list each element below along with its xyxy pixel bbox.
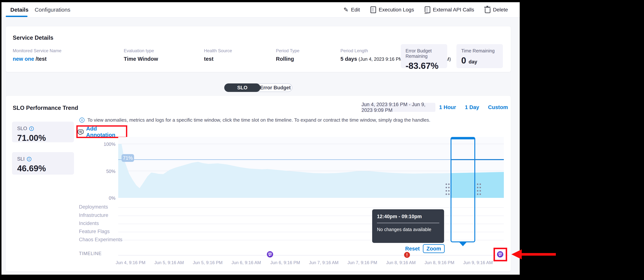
red-arrow-head [506, 249, 522, 259]
ytick-100: 100% [99, 142, 116, 147]
slo-performance-trend-card: SLO Performance Trend Jun 4, 2023 9:16 P… [6, 96, 511, 271]
screenshot-frame: Details Configurations ✎ Edit Execution … [0, 0, 644, 280]
timeline-label: TIMELINE [79, 251, 102, 256]
info-banner: i To view anomalies, metrics and logs fo… [80, 117, 430, 123]
row-label-feature-flags: Feature Flags [79, 229, 110, 234]
slo-kpi-card: SLO i 71.00% [12, 122, 74, 142]
monitored-service-path: /test [36, 56, 47, 62]
edit-button[interactable]: ✎ Edit [344, 7, 360, 13]
comment-bubble-icon [78, 130, 84, 134]
row-label-chaos-experiments: Chaos Experiments [79, 237, 122, 242]
slo-errorbudget-toggle: SLO Error Budget [224, 83, 292, 92]
trend-title: SLO Performance Trend [13, 105, 78, 111]
app-window: Details Configurations ✎ Edit Execution … [2, 2, 520, 275]
range-1-hour[interactable]: 1 Hour [439, 104, 456, 110]
error-budget-value: -83.67% [406, 61, 442, 71]
row-line [118, 232, 504, 232]
active-tab-underline [6, 16, 28, 17]
changes-tooltip: 12:40pm - 09:10pm No changes data availa… [372, 209, 444, 243]
tooltip-divider [377, 223, 439, 223]
x-tick-label: Jun 5, 9:16 PM [189, 260, 226, 265]
reset-button[interactable]: Reset [405, 246, 420, 252]
range-custom[interactable]: Custom [488, 104, 508, 110]
sli-value: 46.69% [17, 163, 69, 173]
info-icon: i [80, 118, 84, 123]
row-label-infrastructure: Infrastructure [79, 212, 108, 218]
x-tick-label: Jun 4, 9:16 PM [112, 260, 149, 265]
date-range-chip: Jun 4, 2023 9:16 PM - Jun 9, 2023 9:09 P… [362, 103, 436, 112]
external-api-calls-button[interactable]: External API Calls [425, 7, 474, 13]
error-budget-remaining-card: Error Budget Remaining -83.67% [401, 44, 447, 68]
annotation-marker[interactable] [267, 251, 273, 257]
toggle-slo[interactable]: SLO [224, 83, 260, 92]
sli-info-icon[interactable]: i [27, 157, 31, 161]
tab-details[interactable]: Details [10, 7, 28, 13]
ytick-0: 0% [99, 195, 116, 201]
time-window-selection[interactable] [450, 137, 475, 242]
service-details-card: Service Details Monitored Service Name n… [6, 26, 511, 72]
header-bar: Details Configurations ✎ Edit Execution … [2, 2, 520, 18]
x-tick-label: Jun 7, 9:16 AM [306, 260, 342, 265]
ytick-50: 50% [99, 169, 116, 174]
time-remaining-value: 0 day [461, 55, 498, 66]
header-actions: ✎ Edit Execution Logs External API Calls… [344, 6, 508, 14]
timeline-axis-line [118, 255, 509, 255]
time-remaining-card: Time Remaining 0 day [456, 44, 503, 68]
add-annotation-highlight-box: Add Annotation [76, 125, 127, 138]
toggle-error-budget[interactable]: Error Budget [259, 84, 292, 92]
execution-logs-button[interactable]: Execution Logs [370, 7, 414, 13]
range-1-day[interactable]: 1 Day [465, 104, 479, 110]
selection-pointer [459, 242, 467, 250]
field-evaluation-type: Evaluation type Time Window [124, 48, 158, 62]
pencil-icon: ✎ [344, 7, 348, 13]
slo-info-icon[interactable]: i [29, 126, 34, 131]
row-label-deployments: Deployments [79, 204, 108, 210]
x-tick-label: Jun 9, 9:16 AM [460, 260, 496, 265]
error-marker[interactable]: ! [404, 252, 410, 258]
slo-value: 71.00% [17, 133, 69, 143]
red-arrow-shaft [516, 253, 556, 256]
document-icon [370, 7, 376, 13]
row-line [118, 216, 504, 216]
row-line [118, 224, 504, 224]
x-tick-label: Jun 8, 9:16 AM [382, 260, 419, 265]
x-tick-label: Jun 6, 9:16 AM [228, 260, 265, 265]
add-annotation-button[interactable]: Add Annotation [86, 126, 126, 138]
field-period-type: Period Type Rolling [276, 48, 300, 62]
sli-kpi-card: SLI i 46.69% [12, 152, 74, 175]
monitored-service-link[interactable]: new one [13, 56, 34, 62]
api-document-icon [425, 7, 430, 13]
selection-left-handle[interactable] [445, 182, 450, 195]
row-line [118, 207, 504, 208]
x-tick-label: Jun 5, 9:16 AM [151, 260, 188, 265]
field-health-source: Health Source test [204, 48, 232, 62]
x-tick-label: Jun 6, 9:16 PM [267, 260, 304, 265]
row-label-incidents: Incidents [79, 220, 99, 226]
selection-right-handle[interactable] [476, 182, 481, 195]
trash-icon [485, 8, 490, 13]
delete-button[interactable]: Delete [485, 7, 508, 13]
annotation-highlight-box [494, 248, 507, 261]
field-monitored-service: Monitored Service Name new one /test [13, 48, 62, 62]
tab-configurations[interactable]: Configurations [35, 7, 70, 13]
target-line-badge: 71% [122, 154, 134, 162]
x-tick-label: Jun 7, 9:16 PM [344, 260, 381, 265]
zoom-button[interactable]: Zoom [423, 244, 445, 253]
service-details-title: Service Details [13, 35, 54, 41]
range-links: 1 Hour 1 Day Custom [439, 104, 508, 110]
x-tick-label: Jun 8, 9:16 PM [421, 260, 458, 265]
row-line [118, 240, 504, 240]
